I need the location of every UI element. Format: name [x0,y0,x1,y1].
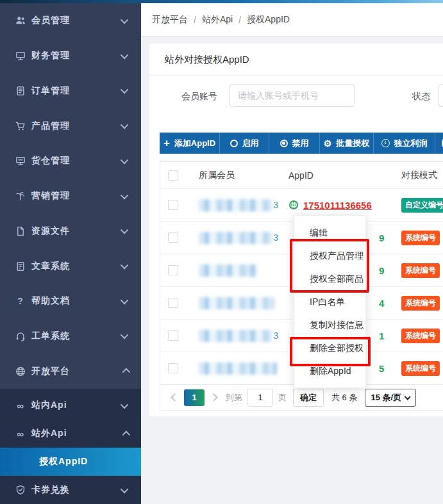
sidebar-item-label: 货仓管理 [31,155,122,167]
row-context-menu: 编辑 授权产品管理 授权全部商品 IP白名单 复制对接信息 删除全部授权 删除A… [294,215,366,388]
angle-circle-icon: ‹ [381,139,390,147]
mode-badge: 系统编号 [401,231,440,245]
confirm-button[interactable]: 确定 [293,389,324,407]
breadcrumb-open-platform[interactable]: 开放平台 [152,14,188,26]
menu-item-delete-all-authorization[interactable]: 删除全部授权 [294,336,365,359]
member-suffix[interactable]: 3 [273,232,278,243]
goto-page-input[interactable] [247,389,273,407]
appid-partial-digit[interactable]: 1 [379,330,384,341]
member-suffix[interactable]: 3 [273,330,278,341]
appid-partial-digit[interactable]: 4 [379,298,384,309]
sidebar-item-help[interactable]: ? 帮助文档 [0,284,141,319]
row-checkbox[interactable] [168,298,178,308]
select-all-checkbox[interactable] [168,170,178,181]
sidebar-item-orders[interactable]: 订单管理 [0,73,141,108]
account-input[interactable] [230,84,355,107]
row-checkbox[interactable] [168,265,178,275]
batch-authorize-button[interactable]: ⚙ 批量授权 [319,133,373,154]
current-page-button[interactable]: 1 [184,389,205,406]
appid-link[interactable]: 1751011136656 [303,200,372,211]
blurred-member-name [199,330,272,342]
breadcrumb-external-api[interactable]: 站外Api [202,14,233,26]
users-icon [15,15,26,26]
menu-item-ip-whitelist[interactable]: IP白名单 [294,290,365,313]
sidebar-item-label: 站外Api [31,428,122,439]
page-size-select[interactable]: 15 条/页 [365,389,416,407]
row-checkbox[interactable] [168,363,178,373]
status-label: 状态 [412,91,430,102]
sidebar-item-finance[interactable]: 财务管理 [0,38,141,74]
sidebar-item-open-platform[interactable]: 开放平台 [0,354,141,389]
menu-item-copy-integration-info[interactable]: 复制对接信息 [294,313,365,336]
clipped-toolbar-button[interactable] [435,133,443,154]
plus-icon: + [163,138,170,149]
cart-icon [15,120,26,131]
sidebar-item-warehouse[interactable]: 货仓管理 [0,143,141,179]
sidebar-item-external-api[interactable]: ∞ 站外Api [0,419,141,448]
status-select[interactable] [439,84,443,107]
sidebar-item-tickets[interactable]: 工单系统 [0,319,141,354]
green-globe-icon [288,200,299,210]
independent-profit-button[interactable]: ‹ 独立利润 [373,133,435,154]
breadcrumb: 开放平台 / 站外Api / 授权AppID [141,3,443,37]
breadcrumb-authorized-appid: 授权AppID [247,14,290,26]
question-icon: ? [15,296,26,307]
add-appid-button[interactable]: + 添加AppID [160,133,219,154]
sidebar-item-label: 工单系统 [31,330,122,342]
goto-label: 到第 [226,392,242,403]
headset-icon [15,330,26,341]
page-unit-label: 页 [278,392,287,403]
menu-item-authorize-products[interactable]: 授权产品管理 [294,244,365,267]
file-icon [15,225,26,236]
sidebar-item-card-exchange[interactable]: 卡券兑换 [0,476,141,504]
sidebar-item-marketing[interactable]: 营销管理 [0,179,141,214]
next-page-icon[interactable] [210,393,218,402]
sidebar-item-label: 站内Api [31,400,122,411]
enable-button[interactable]: 启用 [219,133,269,154]
mode-badge: 系统编号 [401,329,440,343]
sidebar-item-label: 卡券兑换 [31,484,122,496]
marketing-icon [15,191,26,202]
mode-badge: 自定义编号 [401,198,443,213]
header-appid: AppID [278,170,395,181]
row-checkbox[interactable] [168,330,178,341]
sidebar-item-label: 帮助文档 [31,295,122,307]
menu-item-edit[interactable]: 编辑 [294,221,365,244]
circle-icon [230,140,238,147]
sidebar-item-resources[interactable]: 资源文件 [0,213,141,248]
row-checkbox[interactable] [168,232,178,243]
mode-badge: 系统编号 [401,296,440,311]
member-suffix[interactable]: 3 [273,200,278,210]
sidebar-item-label: 营销管理 [31,190,122,202]
blurred-member-name [199,362,277,375]
menu-item-delete-appid[interactable]: 删除AppId [294,359,365,382]
appid-partial-digit[interactable]: 5 [379,363,384,374]
menu-item-authorize-all-goods[interactable]: 授权全部商品 [294,267,365,290]
sidebar-item-authorized-appid-active[interactable]: 授权AppID [0,448,141,476]
prev-page-icon[interactable] [171,393,179,402]
sidebar-submenu: ∞ 站内Api ∞ 站外Api 授权AppID 卡券兑换 [0,389,141,504]
mode-badge: 系统编号 [401,263,440,278]
header-mode: 对接模式 [395,170,443,181]
appid-partial-digit[interactable]: 9 [379,232,384,243]
sidebar-item-label: 开放平台 [31,366,122,377]
disable-button[interactable]: 禁用 [269,133,319,154]
row-checkbox[interactable] [168,200,178,210]
sidebar-item-members[interactable]: 会员管理 [0,3,141,38]
warehouse-icon [15,156,26,167]
sidebar-item-label: 财务管理 [31,50,122,61]
sidebar-item-internal-api[interactable]: ∞ 站内Api [0,391,141,419]
page-size-value: 15 条/页 [371,392,401,403]
button-label: 批量授权 [336,138,369,149]
appid-partial-digit[interactable]: 9 [379,265,384,276]
blurred-member-name [199,232,272,244]
sidebar-item-products[interactable]: 产品管理 [0,108,141,143]
button-label: 禁用 [292,138,309,149]
table-header-row: 所属会员 AppID 对接模式 [160,162,443,188]
sidebar-item-label: 文章系统 [31,261,122,272]
globe-icon [15,366,26,377]
chevron-up-icon [122,430,131,439]
content-card: 站外对接授权AppID 会员账号 状态 + 添加AppID 启用 禁用 ⚙ 批量… [149,44,443,416]
sidebar-item-label: 订单管理 [31,85,122,97]
sidebar-item-articles[interactable]: 文章系统 [0,248,141,284]
